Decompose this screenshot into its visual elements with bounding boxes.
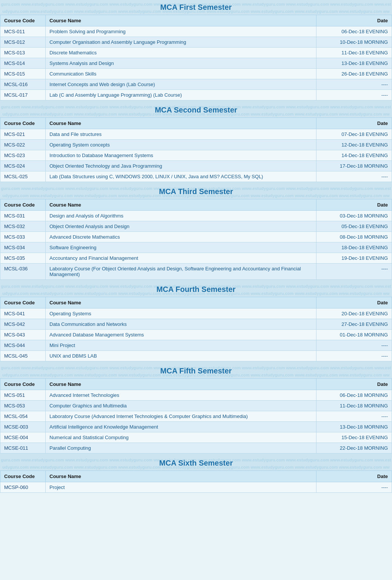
- course-date: 07-Dec-18 EVENING: [316, 129, 392, 140]
- course-code: MCSL-054: [0, 411, 46, 422]
- course-name: Data and File structures: [46, 129, 316, 140]
- course-name: Advanced Database Management Systems: [46, 330, 316, 340]
- column-header-1: Course Name: [46, 471, 316, 482]
- course-code: MCS-011: [0, 26, 46, 37]
- course-code: MCS-041: [0, 309, 46, 319]
- course-date: 12-Dec-18 EVENING: [316, 140, 392, 150]
- course-name: Design and Analysis of Algorithms: [46, 211, 316, 221]
- course-code: MCS-024: [0, 161, 46, 171]
- course-name: Numerical and Statistical Computing: [46, 432, 316, 443]
- course-name: Lab (Data Structures using C, WINDOWS 20…: [46, 171, 316, 182]
- course-name: Computer Graphics and Multimedia: [46, 401, 316, 411]
- semester-title: MCA Sixth Semester: [159, 459, 233, 467]
- course-name: Discrete Mathematics: [46, 48, 316, 58]
- course-name: Communication Skills: [46, 69, 316, 79]
- table-row: MCS-012Computer Organisation and Assembl…: [0, 37, 392, 48]
- table-row: MCS-035Accountancy and Financial Managem…: [0, 253, 392, 264]
- course-date: 13-Dec-18 EVENING: [316, 58, 392, 69]
- course-code: MCS-022: [0, 140, 46, 150]
- table-row: MCSL-036Laboratory Course (For Object Or…: [0, 264, 392, 280]
- course-code: MCS-021: [0, 129, 46, 140]
- course-code: MCSE-003: [0, 422, 46, 432]
- course-date: 06-Dec-18 MORNING: [316, 390, 392, 401]
- course-code: MCS-053: [0, 401, 46, 411]
- course-name: Object Oriented Analysis and Design: [46, 221, 316, 232]
- semester-table-2: Course CodeCourse NameDateMCS-021Data an…: [0, 117, 392, 182]
- course-code: MCSP-060: [0, 482, 46, 493]
- semester-table-3: Course CodeCourse NameDateMCS-031Design …: [0, 199, 392, 280]
- semester-title: MCA Second Semester: [155, 106, 237, 114]
- course-date: ----: [316, 482, 392, 493]
- column-header-1: Course Name: [46, 15, 316, 26]
- course-code: MCS-051: [0, 390, 46, 401]
- semester-header-2: guru.com www.estudyguru.com www.estudygu…: [0, 103, 392, 117]
- course-code: MCSL-016: [0, 79, 46, 90]
- course-date: ----: [316, 79, 392, 90]
- course-code: MCS-031: [0, 211, 46, 221]
- course-name: UNIX and DBMS LAB: [46, 351, 316, 361]
- table-row: MCSE-011Parallel Computing22-Dec-18 MORN…: [0, 443, 392, 454]
- course-name: Data Communication and Networks: [46, 319, 316, 330]
- semester-header-4: guru.com www.estudyguru.com www.estudygu…: [0, 282, 392, 297]
- course-code: MCS-013: [0, 48, 46, 58]
- semester-title: MCA First Semester: [160, 3, 231, 11]
- table-row: MCS-034Software Engineering18-Dec-18 EVE…: [0, 242, 392, 253]
- table-row: MCSL-054Laboratory Course (Advanced Inte…: [0, 411, 392, 422]
- course-date: 08-Dec-18 MORNING: [316, 232, 392, 242]
- course-date: 14-Dec-18 EVENING: [316, 150, 392, 161]
- table-row: MCS-051Advanced Internet Technologies06-…: [0, 390, 392, 401]
- course-code: MCS-033: [0, 232, 46, 242]
- course-date: 11-Dec-18 EVENING: [316, 48, 392, 58]
- column-header-1: Course Name: [46, 379, 316, 390]
- course-date: ----: [316, 264, 392, 280]
- column-header-0: Course Code: [0, 297, 46, 309]
- course-code: MCS-044: [0, 340, 46, 351]
- course-code: MCSL-025: [0, 171, 46, 182]
- course-date: 03-Dec-18 MORNING: [316, 211, 392, 221]
- course-date: 13-Dec-18 MORNING: [316, 422, 392, 432]
- table-row: MCS-033Advanced Discrete Mathematics08-D…: [0, 232, 392, 242]
- course-name: Advanced Discrete Mathematics: [46, 232, 316, 242]
- table-row: MCS-015Communication Skills26-Dec-18 EVE…: [0, 69, 392, 79]
- course-name: Software Engineering: [46, 242, 316, 253]
- table-row: MCSE-004Numerical and Statistical Comput…: [0, 432, 392, 443]
- course-name: Lab (C and Assembly Language Programming…: [46, 90, 316, 100]
- course-name: Internet Concepts and Web design (Lab Co…: [46, 79, 316, 90]
- semester-header-5: guru.com www.estudyguru.com www.estudygu…: [0, 364, 392, 378]
- course-name: Advanced Internet Technologies: [46, 390, 316, 401]
- table-row: MCS-031Design and Analysis of Algorithms…: [0, 211, 392, 221]
- semester-table-6: Course CodeCourse NameDateMCSP-060Projec…: [0, 470, 392, 493]
- semester-table-4: Course CodeCourse NameDateMCS-041Operati…: [0, 297, 392, 361]
- course-date: 06-Dec-18 EVENING: [316, 26, 392, 37]
- course-name: Problem Solving and Programming: [46, 26, 316, 37]
- column-header-2: Date: [316, 118, 392, 129]
- course-name: Object Oriented Technology and Java Prog…: [46, 161, 316, 171]
- course-name: Laboratory Course (Advanced Internet Tec…: [46, 411, 316, 422]
- course-code: MCS-012: [0, 37, 46, 48]
- table-row: MCS-013Discrete Mathematics11-Dec-18 EVE…: [0, 48, 392, 58]
- course-code: MCS-023: [0, 150, 46, 161]
- table-row: MCS-022Operating System concepts12-Dec-1…: [0, 140, 392, 150]
- column-header-0: Course Code: [0, 15, 46, 26]
- course-code: MCS-014: [0, 58, 46, 69]
- course-code: MCSE-011: [0, 443, 46, 454]
- course-name: Mini Project: [46, 340, 316, 351]
- course-name: Project: [46, 482, 316, 493]
- table-row: MCS-024Object Oriented Technology and Ja…: [0, 161, 392, 171]
- course-date: 20-Dec-18 EVENING: [316, 309, 392, 319]
- column-header-1: Course Name: [46, 199, 316, 211]
- column-header-2: Date: [316, 297, 392, 309]
- column-header-2: Date: [316, 199, 392, 211]
- column-header-0: Course Code: [0, 118, 46, 129]
- column-header-1: Course Name: [46, 297, 316, 309]
- table-row: MCS-042Data Communication and Networks27…: [0, 319, 392, 330]
- course-name: Computer Organisation and Assembly Langu…: [46, 37, 316, 48]
- semester-header-1: guru.com www.estudyguru.com www.estudygu…: [0, 0, 392, 15]
- course-date: 26-Dec-18 EVENING: [316, 69, 392, 79]
- semester-table-5: Course CodeCourse NameDateMCS-051Advance…: [0, 378, 392, 454]
- course-name: Accountancy and Financial Management: [46, 253, 316, 264]
- course-code: MCS-034: [0, 242, 46, 253]
- semester-table-1: Course CodeCourse NameDateMCS-011Problem…: [0, 15, 392, 100]
- course-code: MCS-043: [0, 330, 46, 340]
- course-name: Operating System concepts: [46, 140, 316, 150]
